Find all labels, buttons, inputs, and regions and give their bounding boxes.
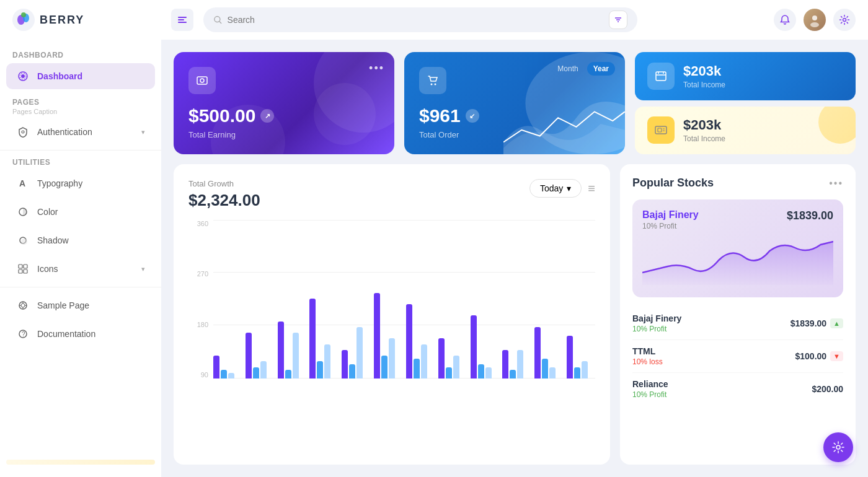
year-toggle-button[interactable]: Year [587, 62, 615, 76]
chart-title: Total Growth [188, 179, 260, 188]
svg-text:A: A [19, 178, 25, 188]
search-filter-button[interactable] [609, 11, 627, 29]
earning-card-menu-button[interactable]: ••• [369, 62, 384, 75]
logo: BERRY [12, 9, 161, 31]
bar [534, 327, 541, 379]
stock-sub: 10% loss [632, 357, 663, 366]
stock-name: Reliance [632, 379, 668, 389]
bar [374, 293, 380, 379]
fab-settings-button[interactable] [823, 432, 853, 462]
svg-rect-24 [24, 265, 27, 268]
bottom-row: Total Growth $2,324.00 Today ▾ ≡ [174, 164, 856, 465]
typography-icon: A [16, 177, 30, 190]
sidebar-item-sample-page[interactable]: Sample Page [6, 292, 155, 318]
bar [446, 367, 452, 379]
sidebar-footer-bar [6, 460, 155, 465]
income-blue-amount: $203k [683, 63, 725, 79]
income-yellow-icon [647, 116, 675, 144]
bar [253, 367, 259, 379]
svg-point-16 [21, 74, 25, 78]
sidebar: Dashboard Dashboard Pages Pages Caption … [0, 40, 161, 477]
bar [421, 344, 427, 379]
sidebar-item-shadow[interactable]: Shadow [6, 227, 155, 253]
bell-icon [779, 14, 790, 25]
chart-menu-icon[interactable]: ≡ [588, 182, 595, 195]
stock-row: TTML10% loss$100.00 ▼ [632, 340, 843, 373]
settings-button[interactable] [833, 9, 856, 31]
sidebar-item-authentication[interactable]: Authentication ▾ [6, 119, 155, 145]
svg-rect-45 [658, 128, 662, 132]
svg-line-8 [219, 22, 221, 24]
top-cards-row: ••• $500.00 ↗ Total Earning [174, 52, 856, 154]
chevron-down-icon: ▾ [141, 128, 145, 136]
bar-group [502, 350, 531, 379]
chart-total: $2,324.00 [188, 191, 260, 210]
bar [438, 338, 445, 379]
pages-caption: Pages Caption [0, 108, 161, 118]
stock-list: Bajaj Finery10% Profit$1839.00 ▲TTML10% … [632, 307, 843, 405]
bar-group [278, 322, 306, 379]
svg-rect-4 [178, 17, 187, 18]
dashboard-icon [16, 69, 30, 83]
sidebar-item-icons[interactable]: Icons ▾ [6, 256, 155, 282]
svg-point-39 [435, 84, 436, 85]
svg-rect-35 [197, 77, 207, 84]
menu-toggle-button[interactable] [171, 9, 193, 31]
sidebar-item-documentation[interactable]: ? Documentation [6, 321, 155, 347]
stocks-menu-icon[interactable]: ••• [829, 178, 843, 189]
bar [356, 327, 363, 379]
search-input[interactable] [228, 15, 604, 25]
sidebar-item-shadow-label: Shadow [37, 235, 69, 245]
sidebar-item-typography[interactable]: A Typography [6, 170, 155, 196]
sidebar-item-dashboard[interactable]: Dashboard [6, 63, 155, 89]
header-right [774, 9, 856, 31]
sidebar-item-icons-label: Icons [37, 264, 58, 274]
stocks-title: Popular Stocks [632, 177, 714, 190]
chart-bars [213, 220, 595, 379]
search-container [203, 7, 637, 32]
month-toggle-button[interactable]: Month [551, 62, 584, 76]
svg-rect-5 [178, 19, 184, 20]
sidebar-item-color-label: Color [37, 207, 58, 217]
avatar[interactable] [804, 9, 826, 31]
earning-card: ••• $500.00 ↗ Total Earning [174, 52, 394, 154]
bar [309, 299, 316, 379]
right-small-cards: $203k Total Income [635, 52, 856, 154]
search-icon [213, 15, 223, 25]
stock-price: $100.00 ▼ [795, 351, 844, 361]
chart-today-button[interactable]: Today ▾ [529, 179, 582, 198]
stock-sub: 10% Profit [632, 325, 681, 333]
sidebar-item-authentication-label: Authentication [37, 127, 92, 137]
svg-point-18 [22, 131, 24, 133]
bar [414, 359, 420, 379]
color-icon [16, 205, 30, 219]
notification-button[interactable] [774, 9, 796, 31]
bar [582, 361, 588, 379]
bar-group [438, 338, 467, 379]
income-card-yellow: $203k Total Income [635, 107, 856, 155]
stock-row: Reliance10% Profit$200.00 [632, 373, 843, 405]
stock-badge-up: ▲ [830, 318, 843, 328]
header: BERRY [0, 0, 868, 40]
bar [549, 367, 556, 379]
bar [317, 361, 323, 379]
svg-point-28 [21, 304, 25, 307]
bar-group [534, 327, 563, 379]
bar-group [406, 304, 435, 379]
logo-icon [12, 9, 35, 31]
sidebar-item-documentation-label: Documentation [37, 329, 95, 339]
fab-gear-icon [831, 440, 845, 454]
bar [453, 356, 459, 379]
svg-point-36 [200, 79, 204, 82]
sidebar-item-color[interactable]: Color [6, 199, 155, 225]
logo-text: BERRY [40, 14, 84, 27]
icons-nav-icon [16, 262, 30, 276]
sample-page-icon [16, 299, 30, 312]
bar [574, 367, 580, 379]
bar [502, 350, 508, 379]
svg-rect-23 [19, 265, 22, 268]
bar [510, 370, 516, 379]
shadow-icon [16, 234, 30, 247]
bar [389, 338, 395, 379]
stock-sub: 10% Profit [632, 390, 668, 399]
